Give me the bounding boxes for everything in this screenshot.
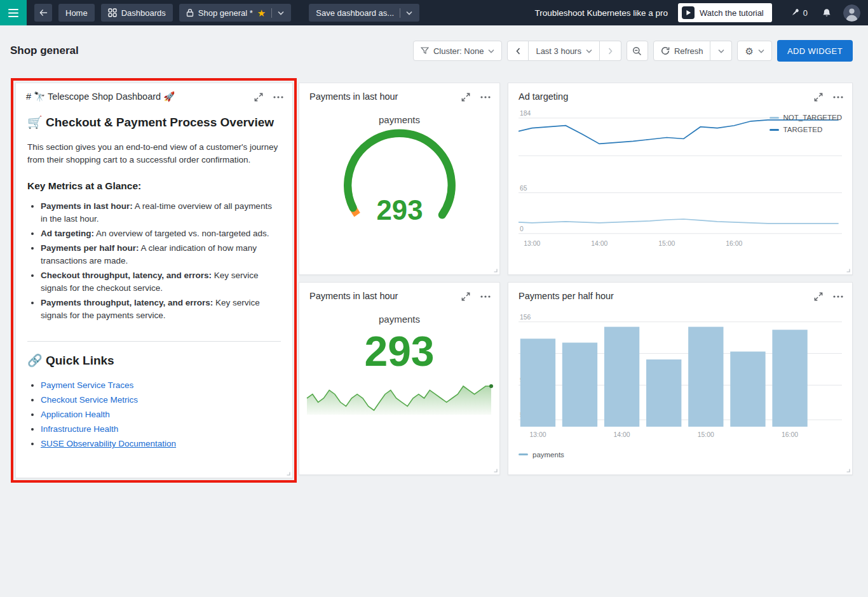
quick-link-item: Checkout Service Metrics — [41, 395, 281, 405]
svg-text:15:00: 15:00 — [698, 431, 714, 438]
quick-links-list: Payment Service TracesCheckout Service M… — [41, 380, 281, 449]
widget-menu-button[interactable] — [480, 96, 491, 98]
chevron-down-icon — [488, 49, 494, 53]
legend-label: payments — [532, 451, 564, 459]
quick-link[interactable]: Checkout Service Metrics — [41, 395, 138, 405]
chevron-down-icon[interactable] — [278, 11, 284, 15]
gear-icon: ⚙ — [745, 46, 753, 56]
quick-link-item: Infrastructure Health — [41, 424, 281, 434]
legend-item[interactable]: NOT_TARGETED — [770, 114, 842, 121]
nav-home-button[interactable]: Home — [58, 4, 95, 22]
widget-payments-number: Payments in last hour payments 293 — [299, 282, 500, 475]
main-menu-button[interactable] — [0, 0, 27, 25]
lock-icon — [186, 8, 194, 17]
cluster-filter-button[interactable]: Cluster: None — [413, 41, 502, 61]
legend-swatch — [770, 129, 779, 131]
number-chart-area: payments 293 — [299, 314, 499, 417]
zoom-out-button[interactable] — [627, 41, 648, 61]
widget-menu-button[interactable] — [833, 96, 843, 98]
expand-widget-button[interactable] — [254, 93, 263, 102]
metrics-heading: Key Metrics at a Glance: — [27, 180, 281, 192]
expand-icon — [461, 93, 470, 102]
legend-item[interactable]: payments — [519, 451, 852, 459]
svg-text:156: 156 — [520, 314, 531, 321]
widget-actions — [254, 91, 283, 102]
quick-link[interactable]: Payment Service Traces — [41, 380, 133, 390]
save-dashboard-as-label: Save dashboard as... — [316, 8, 394, 18]
quick-link[interactable]: SUSE Observability Documentation — [41, 439, 176, 448]
user-avatar[interactable] — [843, 4, 860, 22]
quick-link[interactable]: Application Health — [41, 410, 110, 419]
time-range-button[interactable]: Last 3 hours — [529, 41, 600, 61]
person-icon — [843, 4, 860, 22]
promo-text: Troubleshoot Kubernetes like a pro — [534, 8, 668, 18]
current-dashboard-button[interactable]: Shop general * ★ — [179, 4, 291, 22]
svg-text:65: 65 — [520, 185, 527, 192]
add-widget-button[interactable]: ADD WIDGET — [777, 40, 853, 62]
hamburger-icon — [8, 9, 18, 17]
expand-icon — [461, 292, 470, 301]
bar-chart-area: 156925713:0014:0015:0016:00 — [508, 304, 852, 443]
widget-header: Ad targeting — [508, 83, 852, 104]
gauge-chart-area: payments 293 — [299, 114, 499, 243]
svg-text:16:00: 16:00 — [782, 431, 798, 438]
favorite-star-icon[interactable]: ★ — [257, 8, 266, 18]
time-back-button[interactable] — [507, 41, 529, 61]
widget-menu-button[interactable] — [273, 96, 283, 98]
resize-handle[interactable] — [845, 467, 850, 473]
dashboard-page: Home Dashboards Shop general * ★ Save da… — [0, 0, 868, 597]
quick-link[interactable]: Infrastructure Health — [41, 424, 118, 434]
expand-widget-button[interactable] — [461, 93, 470, 102]
metric-item: Ad targeting: An overview of targeted vs… — [41, 227, 281, 240]
expand-widget-button[interactable] — [814, 93, 823, 102]
save-dashboard-as-button[interactable]: Save dashboard as... — [309, 4, 419, 22]
metric-item: Payments throughput, latency, and errors… — [41, 297, 281, 322]
metric-item: Payments in last hour: A real-time overv… — [41, 200, 281, 225]
chart-legend: payments — [508, 443, 852, 459]
legend-swatch — [519, 453, 528, 455]
refresh-label: Refresh — [674, 46, 703, 56]
divider — [400, 8, 400, 18]
svg-text:13:00: 13:00 — [529, 431, 546, 438]
refresh-group: Refresh — [653, 41, 733, 61]
filter-funnel-icon — [421, 47, 429, 55]
sparkline-chart — [304, 380, 495, 417]
time-range-group: Last 3 hours — [507, 41, 621, 61]
watch-tutorial-button[interactable]: Watch the tutorial — [678, 3, 772, 22]
widget-header: # 🔭 Telescope Shop Dashboard 🚀 — [16, 83, 292, 105]
time-forward-button[interactable] — [600, 41, 621, 61]
chart-legend: NOT_TARGETEDTARGETED — [770, 114, 842, 133]
overview-intro: This section gives you an end-to-end vie… — [27, 141, 281, 166]
expand-widget-button[interactable] — [461, 292, 470, 301]
quick-link-item: Application Health — [41, 410, 281, 420]
legend-label: NOT_TARGETED — [783, 114, 842, 121]
metric-item: Checkout throughput, latency, and errors… — [41, 269, 281, 295]
time-range-label: Last 3 hours — [536, 46, 581, 56]
metric-item: Payments per half hour: A clear indicati… — [41, 242, 281, 267]
refresh-interval-button[interactable] — [710, 41, 732, 61]
series-label: payments — [379, 314, 420, 325]
header-controls: Cluster: None Last 3 hours — [413, 40, 853, 62]
resize-handle[interactable] — [492, 267, 498, 272]
bar-chart: 156925713:0014:0015:0016:00 — [519, 310, 842, 443]
pinned-items-button[interactable]: 0 — [790, 8, 808, 18]
expand-widget-button[interactable] — [814, 292, 823, 301]
metrics-list: Payments in last hour: A real-time overv… — [41, 200, 281, 322]
widget-menu-button[interactable] — [480, 295, 491, 298]
resize-handle[interactable] — [845, 267, 850, 272]
chevron-down-icon — [718, 49, 724, 53]
resize-handle[interactable] — [492, 467, 498, 473]
legend-item[interactable]: TARGETED — [770, 126, 842, 133]
widget-header: Payments in last hour — [299, 283, 499, 304]
notifications-button[interactable] — [822, 8, 832, 18]
resize-handle[interactable] — [285, 471, 290, 476]
widget-menu-button[interactable] — [833, 295, 843, 298]
pin-icon — [790, 8, 800, 18]
dashboard-settings-button[interactable]: ⚙ — [737, 41, 771, 61]
nav-dashboards-button[interactable]: Dashboards — [101, 4, 173, 22]
ellipsis-icon — [480, 295, 491, 298]
refresh-button[interactable]: Refresh — [653, 41, 711, 61]
chevron-down-icon[interactable] — [406, 11, 412, 15]
widget-title: Ad targeting — [519, 91, 568, 102]
back-button[interactable] — [34, 4, 52, 22]
